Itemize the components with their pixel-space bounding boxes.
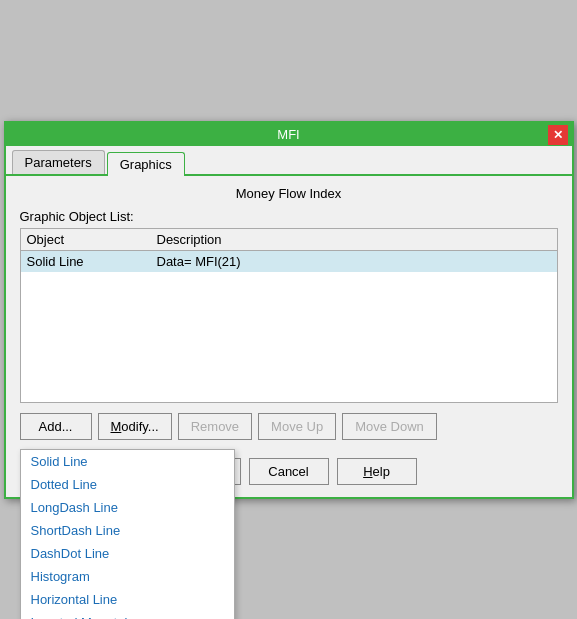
dropdown-item-histogram[interactable]: Histogram [21, 565, 234, 588]
modify-label: Modify... [111, 419, 159, 434]
modify-button[interactable]: Modify... [98, 413, 172, 440]
table-empty-area [21, 272, 557, 402]
tab-content: Money Flow Index Graphic Object List: Ob… [6, 176, 572, 458]
tab-graphics[interactable]: Graphics [107, 152, 185, 176]
dropdown-item-solid-line[interactable]: Solid Line [21, 450, 234, 473]
window-title: MFI [14, 127, 564, 142]
row-description: Data= MFI(21) [157, 254, 551, 269]
tab-bar: Parameters Graphics [6, 146, 572, 176]
table-header: Object Description [21, 229, 557, 251]
help-button[interactable]: Help [337, 458, 417, 485]
row-object: Solid Line [27, 254, 157, 269]
close-button[interactable]: ✕ [548, 125, 568, 145]
help-label: Help [363, 464, 390, 479]
table-row[interactable]: Solid Line Data= MFI(21) [21, 251, 557, 272]
col-header-description: Description [157, 232, 551, 247]
action-buttons: Add... Modify... Remove Move Up Move Dow… [20, 413, 558, 440]
cancel-button[interactable]: Cancel [249, 458, 329, 485]
section-title: Money Flow Index [20, 186, 558, 201]
dropdown-item-dotted-line[interactable]: Dotted Line [21, 473, 234, 496]
graphic-object-table: Object Description Solid Line Data= MFI(… [20, 228, 558, 403]
main-window: MFI ✕ Parameters Graphics Money Flow Ind… [4, 121, 574, 499]
add-button[interactable]: Add... [20, 413, 92, 440]
graphic-object-list-label: Graphic Object List: [20, 209, 558, 224]
col-header-object: Object [27, 232, 157, 247]
tab-parameters[interactable]: Parameters [12, 150, 105, 174]
dropdown-item-dashdot-line[interactable]: DashDot Line [21, 542, 234, 565]
dropdown-item-longdash-line[interactable]: LongDash Line [21, 496, 234, 519]
dropdown-menu: Solid Line Dotted Line LongDash Line Sho… [20, 449, 235, 620]
move-down-button[interactable]: Move Down [342, 413, 437, 440]
title-bar: MFI ✕ [6, 123, 572, 146]
dropdown-item-shortdash-line[interactable]: ShortDash Line [21, 519, 234, 542]
remove-button[interactable]: Remove [178, 413, 252, 440]
move-up-button[interactable]: Move Up [258, 413, 336, 440]
dropdown-item-horizontal-line[interactable]: Horizontal Line [21, 588, 234, 611]
dropdown-item-inverted-mountain[interactable]: Inverted Mountain [21, 611, 234, 620]
